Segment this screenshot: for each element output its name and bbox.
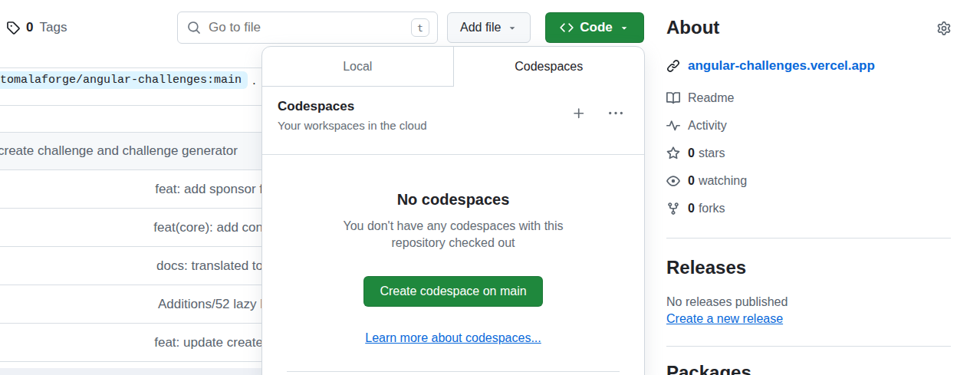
row-commit-message[interactable]: feat(core): add con	[153, 220, 263, 235]
pulse-icon	[666, 119, 680, 133]
tab-local[interactable]: Local	[262, 47, 454, 87]
file-table-background: tomalaforge/angular-challenges:main . cr…	[0, 0, 265, 375]
watching-count: 0	[688, 174, 695, 188]
sidebar-divider	[666, 238, 951, 238]
packages-title: Packages	[666, 362, 951, 375]
code-dropdown-panel: Local Codespaces Codespaces Your workspa…	[261, 46, 645, 375]
eye-icon	[666, 174, 680, 188]
gear-icon[interactable]	[937, 21, 951, 35]
repo-forked-icon	[666, 202, 680, 215]
tag-icon	[6, 21, 20, 35]
create-release-link[interactable]: Create a new release	[666, 312, 783, 326]
blankslate-description: You don't have any codespaces with this …	[327, 218, 580, 252]
code-dropdown-tabs: Local Codespaces	[262, 47, 644, 87]
sidebar-item-label: stars	[699, 146, 725, 160]
code-button-label: Code	[580, 20, 613, 35]
codespaces-subtitle: Your workspaces in the cloud	[278, 119, 427, 133]
branch-ref-code: tomalaforge/angular-challenges:main	[0, 71, 248, 89]
about-title: About	[666, 17, 719, 38]
stars-count: 0	[688, 146, 695, 160]
latest-commit-message[interactable]: create challenge and challenge generator	[0, 143, 238, 159]
github-repo-page: tomalaforge/angular-challenges:main . cr…	[0, 0, 980, 375]
forks-count: 0	[688, 202, 695, 215]
link-icon	[666, 59, 680, 73]
sidebar-item-label: forks	[699, 202, 725, 215]
releases-title: Releases	[666, 257, 951, 278]
codespaces-title: Codespaces	[278, 99, 427, 114]
kebab-menu-icon[interactable]	[609, 107, 623, 133]
branch-banner-top-border	[0, 67, 265, 68]
tab-codespaces[interactable]: Codespaces	[454, 47, 645, 87]
sidebar-item-activity[interactable]: Activity	[666, 112, 951, 140]
new-codespace-plus-icon[interactable]	[572, 107, 586, 133]
about-sidebar: About angular-challenges.vercel.app Read…	[666, 0, 951, 375]
table-row[interactable]: feat: update create	[0, 324, 265, 362]
tags-count: 0	[26, 20, 33, 35]
row-commit-message[interactable]: feat: update create	[154, 335, 263, 350]
tags-label: Tags	[39, 20, 67, 35]
tags-counter[interactable]: 0 Tags	[6, 20, 67, 35]
readme-banner-edge	[0, 368, 265, 375]
row-commit-message[interactable]: Additions/52 lazy l	[158, 297, 263, 312]
branch-banner: tomalaforge/angular-challenges:main .	[0, 71, 265, 89]
panel-divider	[287, 371, 620, 372]
sidebar-item-label: watching	[699, 174, 747, 188]
chevron-down-icon	[507, 22, 518, 33]
star-icon	[666, 146, 680, 160]
chevron-down-icon	[619, 22, 630, 33]
code-icon	[560, 21, 574, 35]
website-link[interactable]: angular-challenges.vercel.app	[688, 58, 875, 74]
search-icon	[187, 21, 201, 35]
file-rows: feat: add sponsor f feat(core): add con …	[0, 170, 265, 362]
branch-banner-bottom-border	[0, 105, 265, 106]
sidebar-item-forks[interactable]: 0 forks	[666, 195, 951, 222]
table-row[interactable]: feat: add sponsor f	[0, 170, 265, 209]
learn-more-link[interactable]: Learn more about codespaces...	[365, 331, 541, 345]
add-file-label: Add file	[460, 21, 501, 35]
row-commit-message[interactable]: feat: add sponsor f	[155, 182, 263, 197]
codespaces-blankslate: No codespaces You don't have any codespa…	[262, 155, 644, 372]
sidebar-item-readme[interactable]: Readme	[666, 84, 951, 112]
table-row[interactable]: feat(core): add con	[0, 209, 265, 247]
book-icon	[666, 91, 680, 105]
latest-commit-bar[interactable]: create challenge and challenge generator	[0, 132, 265, 170]
search-input[interactable]	[209, 20, 411, 35]
sidebar-item-label: Activity	[688, 119, 727, 133]
add-file-button[interactable]: Add file	[447, 12, 531, 43]
go-to-file-search[interactable]: t	[177, 12, 438, 44]
blankslate-title: No codespaces	[287, 190, 620, 209]
sidebar-item-label: Readme	[688, 91, 734, 105]
row-commit-message[interactable]: docs: translated to	[156, 258, 263, 274]
website-row: angular-challenges.vercel.app	[666, 58, 951, 74]
branch-banner-suffix: .	[252, 73, 256, 88]
sidebar-item-stars[interactable]: 0 stars	[666, 140, 951, 167]
releases-empty-text: No releases published	[666, 295, 951, 309]
create-codespace-button[interactable]: Create codespace on main	[363, 276, 542, 307]
sidebar-item-watching[interactable]: 0 watching	[666, 167, 951, 195]
shortcut-key-badge: t	[411, 18, 429, 37]
code-button[interactable]: Code	[545, 12, 644, 43]
table-row[interactable]: docs: translated to	[0, 247, 265, 285]
table-row[interactable]: Additions/52 lazy l	[0, 285, 265, 324]
sidebar-divider	[666, 346, 951, 347]
codespaces-header: Codespaces Your workspaces in the cloud	[262, 87, 644, 154]
